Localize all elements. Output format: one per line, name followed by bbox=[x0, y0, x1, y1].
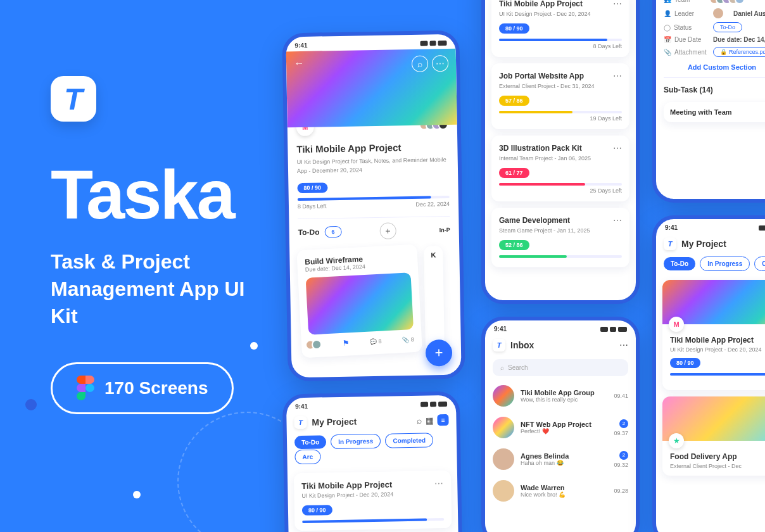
chat-message: Nice work bro! 💪 bbox=[521, 491, 566, 498]
tab-completed[interactable]: Compl bbox=[754, 256, 765, 271]
tab-completed[interactable]: Completed bbox=[385, 433, 433, 448]
days-left: 19 Days Left bbox=[499, 115, 622, 122]
comment-icon: 💬 bbox=[369, 338, 377, 345]
project-card-title: Tiki Mobile App Project bbox=[499, 0, 583, 8]
days-left: 8 Days Left bbox=[298, 203, 327, 210]
task-card[interactable]: Build Wireframe Due date: Dec 14, 2024 ⚑… bbox=[296, 244, 422, 358]
due-value: Due date: Dec 14, bbox=[713, 36, 765, 43]
page-title: My Project bbox=[312, 416, 357, 427]
project-card[interactable]: M Tiki Mobile App Project UI Kit Design … bbox=[662, 280, 765, 390]
add-icon[interactable]: + bbox=[379, 222, 396, 239]
search-icon: ⌕ bbox=[500, 364, 504, 371]
card-more-icon[interactable]: ⋯ bbox=[434, 478, 443, 488]
more-icon[interactable]: ⋯ bbox=[619, 340, 628, 350]
subtask-card[interactable]: Meeting with Team bbox=[664, 102, 765, 122]
screen-project-detail: 9:41 ← ⌕ ⋯ M Tiki Mobile App Project UI … bbox=[282, 30, 465, 382]
decor-dot bbox=[25, 399, 37, 410]
chat-name: Wade Warren bbox=[521, 484, 566, 491]
project-card[interactable]: 3D Illustration Pack Kit⋯Internal Team P… bbox=[491, 136, 629, 201]
project-hero: ← ⌕ ⋯ bbox=[286, 49, 457, 128]
leader-icon: 👤 bbox=[664, 10, 671, 17]
task-avatars bbox=[309, 339, 322, 350]
status-icons bbox=[759, 224, 765, 231]
project-card-title: Food Delivery App bbox=[670, 452, 737, 461]
tab-progress[interactable]: In Progress bbox=[331, 434, 381, 449]
status-time: 9:41 bbox=[294, 42, 307, 49]
chat-time: 09.37 bbox=[614, 430, 628, 436]
project-logo: ★ bbox=[669, 433, 684, 448]
calendar-icon: 📅 bbox=[664, 36, 671, 43]
attachment-chip[interactable]: 🔒References.pd bbox=[713, 47, 765, 57]
progress-ratio: 80 / 90 bbox=[297, 182, 327, 193]
chat-time: 09.28 bbox=[614, 488, 628, 494]
screen-recent-project: ← Recent Project ▦ ≡ Tiki Mobile App Pro… bbox=[481, 0, 640, 304]
avatar bbox=[493, 448, 514, 470]
chat-message: Haha oh man 😂 bbox=[521, 460, 569, 466]
chat-row[interactable]: Wade WarrenNice work bro! 💪09.28 bbox=[485, 475, 636, 507]
chat-row[interactable]: NFT Web App ProjectPerfect! ❤️209.37 bbox=[485, 412, 636, 443]
menu-icon[interactable]: ≡ bbox=[437, 414, 448, 426]
back-icon[interactable]: ← bbox=[294, 58, 304, 69]
screen-my-project-alt: 9:41 T My Project ⌕ To-Do In Progress Co… bbox=[652, 215, 765, 532]
project-card-title: 3D Illustration Pack Kit bbox=[499, 144, 582, 153]
tab-progress[interactable]: In Progress bbox=[700, 256, 750, 271]
team-avatars[interactable] bbox=[713, 0, 745, 4]
project-hero: ★ bbox=[662, 396, 765, 441]
avatar bbox=[493, 417, 514, 438]
project-hero: M bbox=[662, 280, 765, 324]
project-card-ratio: 61 / 77 bbox=[499, 168, 529, 178]
card-more-icon[interactable]: ⋯ bbox=[613, 143, 622, 153]
project-card[interactable]: Game Development⋯Steam Game Project - Ja… bbox=[491, 208, 629, 267]
card-more-icon[interactable]: ⋯ bbox=[613, 215, 622, 225]
chat-row[interactable]: Agnes BelindaHaha oh man 😂209.32 bbox=[485, 443, 636, 475]
project-card-ratio: 57 / 86 bbox=[499, 96, 529, 106]
tab-todo[interactable]: To-Do bbox=[664, 257, 695, 270]
page-title: My Project bbox=[681, 239, 726, 249]
task-thumb bbox=[306, 272, 414, 335]
project-card[interactable]: Tiki Mobile App Project⋯ UI Kit Design P… bbox=[294, 471, 452, 531]
project-card[interactable]: Tiki Mobile App Project⋯UI Kit Design Pr… bbox=[491, 0, 629, 57]
chat-time: 09.32 bbox=[614, 462, 628, 468]
project-card-title: Game Development bbox=[499, 216, 570, 225]
status-time: 9:41 bbox=[494, 326, 507, 332]
side-section: In-P bbox=[439, 227, 450, 233]
app-logo: T bbox=[493, 339, 505, 352]
project-desc: UI Kit Design Project for Task, Notes, a… bbox=[297, 156, 449, 175]
attach-icon: 📎 bbox=[402, 336, 410, 343]
project-card-sub: UI Kit Design Project - Dec 20, 2024 bbox=[301, 490, 443, 499]
image-icon[interactable]: ▦ bbox=[425, 415, 433, 425]
figma-icon bbox=[77, 376, 94, 401]
project-card-sub: Internal Team Project - Jan 06, 2025 bbox=[499, 155, 622, 162]
page-title: Inbox bbox=[510, 340, 534, 350]
card-more-icon[interactable]: ⋯ bbox=[613, 71, 622, 81]
flag-icon[interactable]: ⚑ bbox=[342, 338, 350, 348]
project-card-title: Tiki Mobile App Project bbox=[670, 336, 754, 345]
chat-row[interactable]: Tiki Mobile App GroupWow, this is really… bbox=[485, 380, 636, 412]
days-left: 25 Days Left bbox=[499, 187, 622, 194]
project-card-title: Job Portal Website App bbox=[499, 72, 584, 80]
leader-name: Daniel Aust bbox=[733, 10, 765, 17]
status-time: 9:41 bbox=[665, 224, 678, 231]
search-input[interactable]: ⌕Search bbox=[493, 359, 628, 376]
project-card[interactable]: Job Portal Website App⋯External Client P… bbox=[491, 63, 629, 129]
add-section-button[interactable]: Add Custom Section bbox=[688, 63, 756, 71]
task-card-peek: K bbox=[424, 246, 445, 353]
more-icon[interactable]: ⋯ bbox=[432, 55, 448, 72]
brand-logo: T bbox=[51, 76, 96, 122]
card-more-icon[interactable]: ⋯ bbox=[613, 0, 622, 9]
project-card[interactable]: ★ Food Delivery App External Client Proj… bbox=[662, 396, 765, 476]
avatar bbox=[493, 385, 514, 407]
tab-archive[interactable]: Arc bbox=[294, 449, 320, 464]
search-icon[interactable]: ⌕ bbox=[412, 55, 428, 72]
project-card-ratio: 80 / 90 bbox=[302, 505, 332, 516]
brand-title: Taska bbox=[51, 160, 266, 229]
status-chip[interactable]: To-Do bbox=[713, 22, 742, 32]
search-icon[interactable]: ⌕ bbox=[416, 415, 421, 426]
tab-todo[interactable]: To-Do bbox=[294, 435, 326, 449]
project-logo: M bbox=[669, 317, 684, 332]
fab-add[interactable]: + bbox=[426, 339, 453, 367]
brand-subtitle: Task & Project Management App UI Kit bbox=[51, 248, 266, 331]
chat-name: NFT Web App Project bbox=[521, 421, 591, 428]
project-card-title: Tiki Mobile App Project bbox=[301, 479, 392, 490]
project-card-sub: Steam Game Project - Jan 11, 2025 bbox=[499, 227, 622, 234]
